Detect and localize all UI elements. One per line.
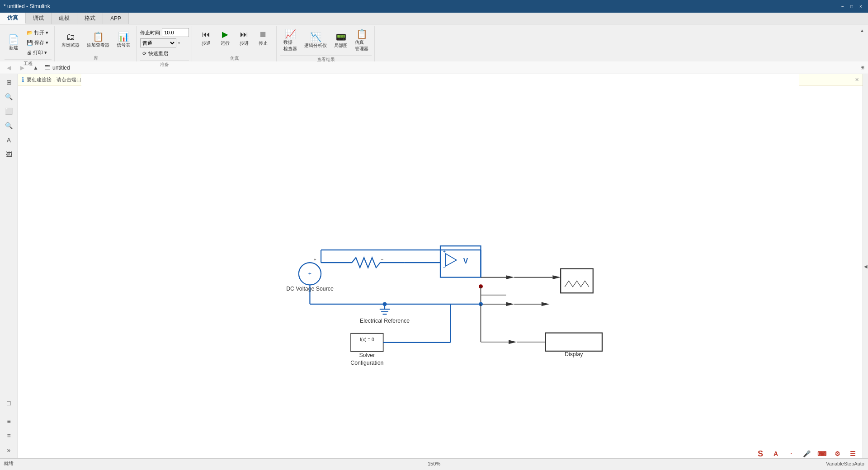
ime-dot-button[interactable]: · xyxy=(785,447,797,460)
ime-mic-button[interactable]: 🎤 xyxy=(800,447,813,460)
ime-s-button[interactable]: S xyxy=(754,447,767,460)
bottom-tool2[interactable]: ≡ xyxy=(2,429,16,442)
step-fwd-button[interactable]: ⏭ 步进 xyxy=(236,28,253,48)
file-actions: 📂 打开 ▾ 💾 保存 ▾ 🖨 打印 ▾ xyxy=(24,28,52,57)
engineering-buttons: 📄 新建 📂 打开 ▾ 💾 保存 ▾ 🖨 打印 ▾ xyxy=(5,26,52,59)
right-panel-toggle[interactable]: ◀ xyxy=(863,74,868,458)
voltmeter-minus: − xyxy=(443,265,446,270)
sim-controls: ⏮ 步退 ▶ 运行 ⏭ 步进 ⏹ 停止 xyxy=(196,26,274,50)
library-browser-button[interactable]: 🗂 库浏览器 xyxy=(58,31,83,50)
up-button[interactable]: ▲ xyxy=(31,63,41,73)
stop-time-input[interactable] xyxy=(162,28,189,37)
mode-row: 普通 加速 快速加速 ▾ xyxy=(140,38,189,47)
stop-button[interactable]: ⏹ 停止 xyxy=(255,28,272,48)
text-tool-button[interactable]: A xyxy=(2,134,16,146)
bottom-tool1[interactable]: ≡ xyxy=(2,415,16,428)
model-icon: 🗔 xyxy=(44,64,51,71)
zoom-level: 150% xyxy=(293,461,575,466)
scope-button[interactable]: 📟 局部图 xyxy=(331,31,351,50)
open-button[interactable]: 📂 打开 ▾ xyxy=(24,28,52,38)
library-group: 🗂 库浏览器 📋 添加查看器 📊 信号表 库 xyxy=(56,26,137,61)
data-inspector-button[interactable]: 📈 数据检查器 xyxy=(280,28,300,53)
collapse-ribbon: ▲ xyxy=(858,26,866,61)
diagram-svg[interactable]: + + − DC Voltage Source V + − xyxy=(18,74,863,458)
forward-button[interactable]: ▶ xyxy=(17,63,27,73)
svg-text:+: + xyxy=(308,271,311,277)
window-controls: − □ × xyxy=(839,3,864,10)
zoom-area-button[interactable]: ⬜ xyxy=(2,105,16,118)
canvas-area[interactable]: ℹ 要创建连接，请点击端口、终止模块或线段，然后点击兼容的突出显示的模型元素。 … xyxy=(18,74,863,458)
breadcrumb: 🗔 untitled xyxy=(44,64,70,71)
ime-keyboard-button[interactable]: ⌨ xyxy=(816,447,828,460)
review-buttons: 📈 数据检查器 📉 逻辑分析仪 📟 局部图 📋 仿真管理器 xyxy=(280,26,372,55)
prepare-label: 准备 xyxy=(140,60,189,68)
display-block[interactable] xyxy=(546,333,602,351)
save-button[interactable]: 💾 保存 ▾ xyxy=(24,38,52,47)
stop-label: 停止 xyxy=(259,40,268,47)
run-label: 运行 xyxy=(221,40,230,47)
tab-debug[interactable]: 调试 xyxy=(26,13,52,24)
ribbon-content: 📄 新建 📂 打开 ▾ 💾 保存 ▾ 🖨 打印 ▾ 工程 🗂 库浏览器 📋 添加… xyxy=(0,24,868,61)
tab-app[interactable]: APP xyxy=(103,13,129,24)
ime-settings-button[interactable]: ⚙ xyxy=(831,447,844,460)
image-tool-button[interactable]: 🖼 xyxy=(2,148,16,161)
minimize-button[interactable]: − xyxy=(839,3,846,10)
simulation-group: ⏮ 步退 ▶ 运行 ⏭ 步进 ⏹ 停止 仿真 xyxy=(193,26,277,61)
title-bar: * untitled - Simulink − □ × xyxy=(0,0,868,13)
solver-config-label2: Configuration xyxy=(350,360,383,366)
solver-config-eq: f(x) = 0 xyxy=(360,337,374,342)
display-label: Display xyxy=(565,351,583,357)
library-label: 库 xyxy=(58,54,133,61)
stop-icon: ⏹ xyxy=(259,30,267,39)
step-fwd-icon: ⏭ xyxy=(240,30,248,39)
collapse-button[interactable]: □ xyxy=(2,397,16,409)
close-button[interactable]: × xyxy=(857,3,864,10)
prepare-group: 停止时间 普通 加速 快速加速 ▾ ⟳ 快速重启 准备 xyxy=(137,26,192,61)
breadcrumb-text: untitled xyxy=(52,65,70,71)
right-panel-icon: ◀ xyxy=(864,264,868,269)
review-label: 查看结果 xyxy=(280,55,372,63)
solver-config-block[interactable] xyxy=(351,334,383,352)
breadcrumb-area: ◀ ▶ ▲ 🗔 untitled ⊞ xyxy=(0,61,868,74)
svg-text:−: − xyxy=(381,257,383,262)
simulation-label: 仿真 xyxy=(196,54,274,61)
step-back-button[interactable]: ⏮ 步退 xyxy=(198,28,215,48)
sim-manager-button[interactable]: 📋 仿真管理器 xyxy=(352,28,372,53)
ime-bar: S A · 🎤 ⌨ ⚙ ☰ xyxy=(754,447,859,460)
maximize-button[interactable]: □ xyxy=(848,3,855,10)
ribbon-tabs: 仿真 调试 建模 格式 APP xyxy=(0,13,868,24)
back-button[interactable]: ◀ xyxy=(4,63,14,73)
step-back-icon: ⏮ xyxy=(202,30,210,39)
quick-restart-button[interactable]: ⟳ 快速重启 xyxy=(140,49,189,58)
step-back-label: 步退 xyxy=(202,40,211,47)
print-button[interactable]: 🖨 打印 ▾ xyxy=(24,48,52,57)
main-area: ⊞ 🔍 ⬜ 🔍 A 🖼 □ ≡ ≡ » ℹ 要创建连接，请点击端口、终止模块或线… xyxy=(0,74,868,458)
ribbon-spacer xyxy=(376,26,857,61)
zoom-out-button[interactable]: 🔍 xyxy=(2,119,16,132)
zoom-in-button[interactable]: 🔍 xyxy=(2,90,16,103)
add-viewer-button[interactable]: 📋 添加查看器 xyxy=(84,31,113,50)
ime-a-button[interactable]: A xyxy=(769,447,782,460)
run-button[interactable]: ▶ 运行 xyxy=(217,28,234,48)
bottom-tool3[interactable]: » xyxy=(2,444,16,456)
tab-build[interactable]: 建模 xyxy=(52,13,77,24)
quick-restart-label: 快速重启 xyxy=(148,50,168,57)
signal-table-button[interactable]: 📊 信号表 xyxy=(113,31,133,50)
stop-time-row: 停止时间 xyxy=(140,28,189,37)
new-button[interactable]: 📄 新建 xyxy=(5,33,23,52)
run-icon: ▶ xyxy=(222,29,228,39)
collapse-ribbon-button[interactable]: ▲ xyxy=(860,28,864,33)
prepare-controls: 停止时间 普通 加速 快速加速 ▾ ⟳ 快速重启 xyxy=(140,26,189,60)
svg-text:+: + xyxy=(314,257,316,262)
mode-select[interactable]: 普通 加速 快速加速 xyxy=(140,38,176,47)
tab-format[interactable]: 格式 xyxy=(77,13,103,24)
voltmeter-block[interactable] xyxy=(440,246,481,277)
tab-sim[interactable]: 仿真 xyxy=(0,13,26,24)
ime-extra-button[interactable]: ☰ xyxy=(846,447,859,460)
zoom-fit-button[interactable]: ⊞ xyxy=(2,76,16,89)
breadcrumb-expand[interactable]: ⊞ xyxy=(860,65,864,70)
logic-analyzer-button[interactable]: 📉 逻辑分析仪 xyxy=(301,31,330,50)
elec-ref-label: Electrical Reference xyxy=(360,318,410,324)
solver-config-label1: Solver xyxy=(359,352,375,358)
quick-restart-icon: ⟳ xyxy=(142,51,146,56)
